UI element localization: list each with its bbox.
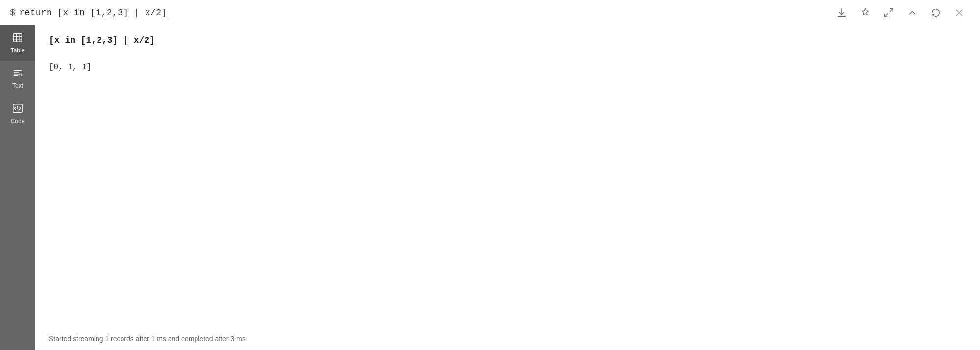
status-bar: Started streaming 1 records after 1 ms a… — [35, 327, 980, 350]
close-icon — [954, 7, 965, 18]
result-body: [0, 1, 1] — [35, 53, 980, 327]
status-text: Started streaming 1 records after 1 ms a… — [49, 335, 247, 343]
sidebar-code-label: Code — [11, 118, 25, 125]
pin-button[interactable] — [855, 2, 876, 24]
result-header: [x in [1,2,3] | x/2] — [35, 25, 980, 53]
chevron-up-icon — [907, 7, 918, 18]
code-icon — [12, 103, 23, 115]
pin-icon — [860, 7, 871, 18]
sidebar: Table A Text — [0, 25, 35, 350]
sidebar-item-table[interactable]: Table — [0, 25, 35, 61]
toolbar-actions — [831, 2, 970, 24]
main-content: Table A Text — [0, 25, 980, 350]
sidebar-item-code[interactable]: Code — [0, 96, 35, 131]
expand-button[interactable] — [878, 2, 900, 24]
sidebar-table-label: Table — [11, 47, 25, 54]
svg-rect-0 — [14, 34, 22, 42]
svg-line-7 — [17, 106, 18, 110]
app-container: $return [x in [1,2,3] | x/2] — [0, 0, 980, 350]
svg-text:A: A — [19, 73, 23, 77]
result-value: [0, 1, 1] — [49, 63, 91, 72]
sidebar-item-text[interactable]: A Text — [0, 61, 35, 96]
query-text: return [x in [1,2,3] | x/2] — [19, 8, 167, 18]
scroll-up-button[interactable] — [902, 2, 923, 24]
text-icon: A — [12, 68, 23, 80]
expand-icon — [883, 7, 894, 18]
refresh-button[interactable] — [925, 2, 947, 24]
sidebar-text-label: Text — [12, 82, 23, 89]
result-title: [x in [1,2,3] | x/2] — [49, 35, 155, 45]
download-button[interactable] — [831, 2, 853, 24]
result-panel: [x in [1,2,3] | x/2] [0, 1, 1] Started s… — [35, 25, 980, 350]
close-button[interactable] — [949, 2, 970, 24]
top-bar: $return [x in [1,2,3] | x/2] — [0, 0, 980, 25]
table-icon — [12, 32, 23, 45]
refresh-icon — [931, 7, 941, 18]
download-icon — [836, 7, 847, 18]
query-prefix: $ — [10, 8, 15, 18]
query-display: $return [x in [1,2,3] | x/2] — [10, 8, 831, 18]
